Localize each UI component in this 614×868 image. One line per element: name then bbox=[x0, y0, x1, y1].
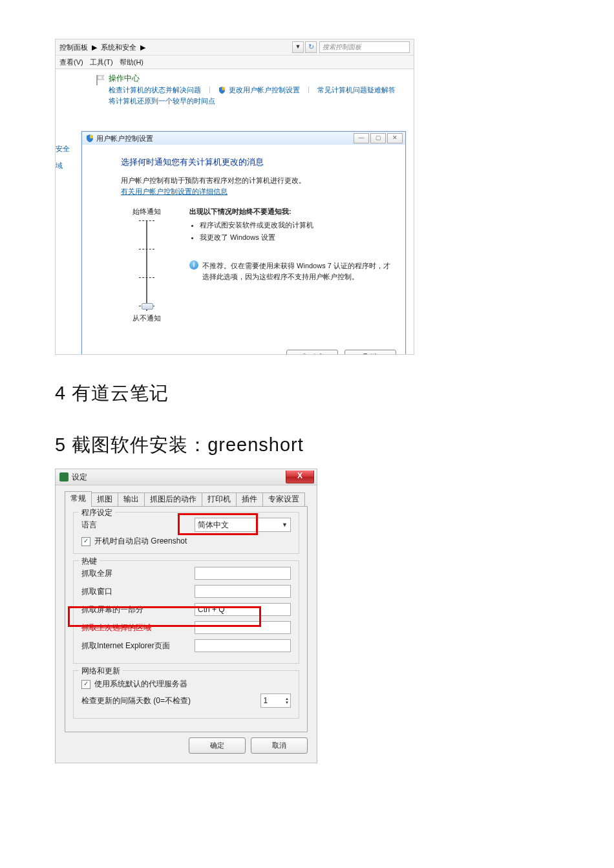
sidebar-item[interactable]: 安全 bbox=[56, 140, 70, 157]
menu-help[interactable]: 帮助(H) bbox=[120, 58, 143, 67]
ok-button[interactable]: 确定 bbox=[286, 350, 338, 355]
autostart-label: 开机时自动启动 Greenshot bbox=[94, 536, 187, 547]
tab-printer[interactable]: 打印机 bbox=[202, 492, 237, 506]
slider-label-bottom: 从不通知 bbox=[121, 313, 173, 323]
hk-ie-label: 抓取Internet Explorer页面 bbox=[81, 640, 195, 651]
bullet-item: 我更改了 Windows 设置 bbox=[200, 233, 391, 242]
section-5-heading: 5 截图软件安装：greenshort bbox=[55, 432, 559, 458]
info-icon: i bbox=[189, 260, 198, 270]
link-troubleshoot[interactable]: 常见计算机问题疑难解答 bbox=[317, 85, 396, 95]
dialog-title: 设定 bbox=[72, 472, 87, 483]
chevron-down-icon: ▼ bbox=[282, 522, 288, 528]
tab-capture[interactable]: 抓图 bbox=[91, 492, 118, 506]
tab-expert[interactable]: 专家设置 bbox=[262, 492, 305, 506]
update-interval-label: 检查更新的间隔天数 (0=不检查) bbox=[81, 695, 260, 706]
hk-ie-input[interactable] bbox=[195, 639, 291, 652]
close-button[interactable]: X bbox=[286, 471, 314, 483]
hk-window-input[interactable] bbox=[195, 585, 291, 598]
language-label: 语言 bbox=[81, 520, 195, 531]
autostart-checkbox[interactable]: ✓ bbox=[81, 537, 90, 546]
hk-fullscreen-label: 抓取全屏 bbox=[81, 568, 195, 579]
uac-description: 用户帐户控制有助于预防有害程序对您的计算机进行更改。 bbox=[121, 176, 391, 185]
group-legend: 热键 bbox=[79, 556, 100, 567]
link-uac-settings[interactable]: 更改用户帐户控制设置 bbox=[229, 86, 300, 94]
tab-output[interactable]: 输出 bbox=[118, 492, 145, 506]
menu-tools[interactable]: 工具(T) bbox=[90, 58, 113, 67]
flag-icon bbox=[94, 74, 106, 86]
shield-icon bbox=[301, 354, 308, 355]
uac-heading: 选择何时通知您有关计算机更改的消息 bbox=[121, 156, 391, 168]
bullet-item: 程序试图安装软件或更改我的计算机 bbox=[200, 220, 391, 230]
greenshot-icon bbox=[59, 472, 69, 482]
chevron-right-icon: ▶ bbox=[140, 43, 145, 52]
uac-note-text: 不推荐。仅在需要使用未获得 Windows 7 认证的程序时，才选择此选项，因为… bbox=[202, 260, 391, 282]
sidebar-item[interactable]: 域 bbox=[56, 157, 70, 174]
proxy-checkbox[interactable]: ✓ bbox=[81, 680, 90, 689]
uac-dialog: 用户帐户控制设置 — ▢ ✕ 选择何时通知您有关计算机更改的消息 用户帐户控制有… bbox=[81, 131, 406, 355]
gs-titlebar: 设定 X bbox=[56, 469, 317, 485]
group-program-settings: 程序设定 语言 简体中文 ▼ ✓ 开机时自动启动 Greenshot bbox=[73, 512, 299, 554]
breadcrumb-item[interactable]: 系统和安全 bbox=[101, 43, 136, 52]
tab-postcapture[interactable]: 抓图后的动作 bbox=[144, 492, 202, 506]
tab-general[interactable]: 常规 bbox=[65, 491, 92, 507]
update-interval-spinner[interactable]: 1 ▲▼ bbox=[260, 693, 291, 708]
search-input[interactable]: 搜索控制面板 bbox=[319, 41, 410, 53]
settings-tabs: 常规 抓图 输出 抓图后的动作 打印机 插件 专家设置 bbox=[65, 491, 308, 507]
tab-plugins[interactable]: 插件 bbox=[236, 492, 263, 506]
cancel-button[interactable]: 取消 bbox=[251, 737, 308, 754]
cp-sidebar: 安全 域 bbox=[56, 140, 70, 174]
group-legend: 程序设定 bbox=[79, 507, 115, 518]
hk-last-input[interactable] bbox=[195, 621, 291, 634]
shield-icon bbox=[218, 87, 226, 94]
cp-menubar: 查看(V) 工具(T) 帮助(H) bbox=[56, 56, 414, 69]
control-panel-screenshot: 控制面板 ▶ 系统和安全 ▶ ▼ ↻ 搜索控制面板 查看(V) 工具(T) 帮助… bbox=[55, 39, 414, 355]
link-check-status[interactable]: 检查计算机的状态并解决问题 bbox=[109, 85, 201, 95]
slider-thumb[interactable] bbox=[142, 303, 153, 310]
link-restore[interactable]: 将计算机还原到一个较早的时间点 bbox=[109, 96, 215, 106]
cancel-button[interactable]: 取消 bbox=[344, 350, 396, 355]
group-hotkeys: 热键 抓取全屏 抓取窗口 抓取屏幕的一部分 Ctrl + Q 抓取上次选择 bbox=[73, 560, 299, 664]
hk-last-label: 抓取上次选择的区域 bbox=[81, 622, 195, 633]
action-center-title: 操作中心 bbox=[109, 73, 396, 84]
refresh-button[interactable]: ↻ bbox=[305, 41, 317, 53]
chevron-right-icon: ▶ bbox=[92, 43, 97, 52]
shield-icon bbox=[86, 134, 94, 142]
menu-view[interactable]: 查看(V) bbox=[59, 58, 83, 67]
slider-label-top: 始终通知 bbox=[121, 207, 173, 217]
never-notify-heading: 出现以下情况时始终不要通知我: bbox=[189, 207, 391, 217]
uac-titlebar: 用户帐户控制设置 — ▢ ✕ bbox=[82, 132, 405, 145]
hk-region-input[interactable]: Ctrl + Q bbox=[195, 603, 291, 616]
minimize-button[interactable]: — bbox=[354, 133, 369, 143]
breadcrumb-item[interactable]: 控制面板 bbox=[59, 43, 88, 52]
uac-slider[interactable] bbox=[146, 220, 147, 311]
close-button[interactable]: ✕ bbox=[387, 133, 403, 143]
group-legend: 网络和更新 bbox=[79, 666, 123, 677]
proxy-label: 使用系统默认的代理服务器 bbox=[94, 679, 187, 690]
greenshot-settings-dialog: 设定 X 常规 抓图 输出 抓图后的动作 打印机 插件 专家设置 程序设定 bbox=[55, 469, 317, 763]
ok-button[interactable]: 确定 bbox=[189, 737, 246, 754]
hk-window-label: 抓取窗口 bbox=[81, 586, 195, 597]
address-dropdown-button[interactable]: ▼ bbox=[292, 41, 304, 53]
group-network: 网络和更新 ✓ 使用系统默认的代理服务器 检查更新的间隔天数 (0=不检查) 1… bbox=[73, 670, 299, 719]
uac-more-info-link[interactable]: 有关用户帐户控制设置的详细信息 bbox=[121, 187, 228, 196]
cp-address-bar: 控制面板 ▶ 系统和安全 ▶ ▼ ↻ 搜索控制面板 bbox=[56, 39, 414, 56]
action-center-heading: 操作中心 检查计算机的状态并解决问题 | 更改用户帐户控制设置 | 常见计算机问… bbox=[109, 73, 396, 106]
section-4-heading: 4 有道云笔记 bbox=[55, 381, 559, 407]
maximize-button[interactable]: ▢ bbox=[370, 133, 386, 143]
language-select[interactable]: 简体中文 ▼ bbox=[195, 518, 291, 532]
hk-region-label: 抓取屏幕的一部分 bbox=[81, 604, 195, 615]
dialog-title: 用户帐户控制设置 bbox=[96, 134, 153, 143]
hk-fullscreen-input[interactable] bbox=[195, 567, 291, 580]
